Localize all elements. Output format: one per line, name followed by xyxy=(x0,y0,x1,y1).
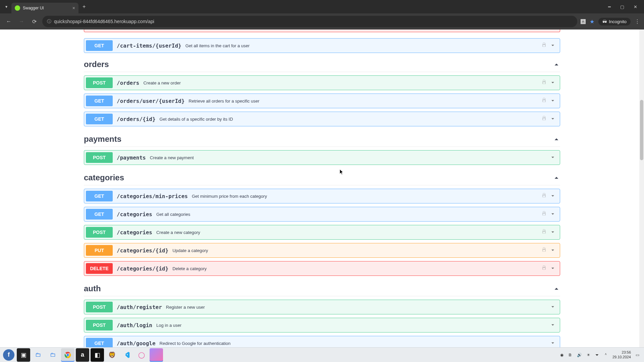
tag-header-auth[interactable]: auth xyxy=(84,281,560,296)
chevron-up-icon[interactable] xyxy=(553,61,560,68)
nav-forward-button[interactable]: → xyxy=(17,17,26,26)
page-viewport: GET /cart-items/{userId} Get all items i… xyxy=(0,29,644,347)
method-badge: PUT xyxy=(86,245,113,256)
bookmark-icon[interactable]: ★ xyxy=(590,18,594,25)
chevron-down-icon[interactable] xyxy=(550,155,555,160)
tag-header-payments[interactable]: payments xyxy=(84,131,560,147)
endpoint-desc: Get all items in the cart for a user xyxy=(185,43,250,48)
taskbar-brave[interactable]: 🦁 xyxy=(105,348,119,362)
window-minimize-button[interactable]: ━ xyxy=(606,4,613,10)
chevron-down-icon[interactable] xyxy=(550,266,555,271)
browser-menu-button[interactable]: ⋮ xyxy=(635,18,640,25)
chevron-down-icon[interactable] xyxy=(550,341,555,346)
endpoint-desc: Create a new order xyxy=(143,80,180,85)
chevron-down-icon[interactable] xyxy=(550,304,555,310)
taskbar-app-circle[interactable]: ◯ xyxy=(135,348,148,362)
taskbar-files-1[interactable]: 🗀 xyxy=(32,348,45,362)
nav-back-button[interactable]: ← xyxy=(4,17,13,26)
vertical-scrollbar[interactable] xyxy=(639,29,644,347)
browser-tab-active[interactable]: Swagger UI × xyxy=(11,3,78,13)
tag-section-payments: paymentsPOST/paymentsCreate a new paymen… xyxy=(84,131,560,165)
incognito-badge[interactable]: 🕶 Incognito xyxy=(598,18,631,25)
url-input[interactable]: ⓘ quickshopapi-844fd64d6465.herokuapp.co… xyxy=(42,16,577,27)
endpoint-desc: Delete a category xyxy=(172,266,207,271)
swagger-favicon-icon xyxy=(15,5,20,11)
fedora-start-button[interactable]: f xyxy=(2,348,15,362)
window-maximize-button[interactable]: ▢ xyxy=(618,4,626,10)
opblock-get-categories[interactable]: GET/categoriesGet all categories xyxy=(84,207,560,222)
tray-volume-icon[interactable]: 🔊 xyxy=(577,353,582,357)
taskbar-files-2[interactable]: 🗀 xyxy=(46,348,60,362)
opblock-get-orders--id-[interactable]: GET/orders/{id}Get details of a specific… xyxy=(84,112,560,126)
taskbar-app-square[interactable]: ◧ xyxy=(91,348,104,362)
endpoint-path: /auth/login xyxy=(113,322,156,328)
opblock-partial-top[interactable] xyxy=(84,29,560,32)
opblock-delete-categories--id-[interactable]: DELETE/categories/{id}Delete a category xyxy=(84,261,560,276)
auth-lock-icon[interactable] xyxy=(541,115,547,123)
tray-brightness-icon[interactable]: ☀ xyxy=(587,353,590,357)
opblock-cart-items-userid[interactable]: GET /cart-items/{userId} Get all items i… xyxy=(84,38,560,53)
auth-lock-icon[interactable] xyxy=(541,210,547,218)
auth-lock-icon[interactable] xyxy=(541,229,547,236)
chevron-up-icon[interactable] xyxy=(553,135,560,143)
tag-section-categories: categoriesGET/categories/min-pricesGet m… xyxy=(84,170,560,276)
taskbar-terminal[interactable]: ▣ xyxy=(17,348,30,362)
opblock-get-auth-google[interactable]: GET/auth/googleRedirect to Google for au… xyxy=(84,336,560,347)
close-tab-icon[interactable]: × xyxy=(72,5,75,11)
chevron-down-icon[interactable] xyxy=(550,212,555,217)
auth-lock-icon[interactable] xyxy=(541,79,547,86)
chevron-down-icon[interactable] xyxy=(550,230,555,235)
chevron-down-icon[interactable] xyxy=(550,98,555,104)
tag-title: orders xyxy=(84,60,109,69)
tray-network-icon[interactable]: ⏷ xyxy=(595,353,599,357)
chevron-up-icon[interactable] xyxy=(553,174,560,181)
chevron-down-icon[interactable] xyxy=(550,248,555,253)
tab-title: Swagger UI xyxy=(23,6,44,10)
auth-lock-icon[interactable] xyxy=(541,265,547,272)
opblock-put-categories--id-[interactable]: PUT/categories/{id}Update a category xyxy=(84,243,560,258)
tag-title: auth xyxy=(84,284,101,293)
taskbar-app-palette[interactable] xyxy=(150,348,163,362)
chevron-down-icon[interactable] xyxy=(550,116,555,122)
nav-reload-button[interactable]: ⟳ xyxy=(30,17,39,26)
method-badge: GET xyxy=(86,338,113,347)
opblock-get-orders-user--userId-[interactable]: GET/orders/user/{userId}Retrieve all ord… xyxy=(84,94,560,108)
opblock-post-auth-login[interactable]: POST/auth/loginLog in a user xyxy=(84,318,560,333)
opblock-get-categories-min-prices[interactable]: GET/categories/min-pricesGet minimum pri… xyxy=(84,189,560,203)
endpoint-path: /orders/{id} xyxy=(113,116,160,122)
tray-record-icon[interactable]: ◉ xyxy=(560,353,564,357)
tab-search-dropdown[interactable]: ▾ xyxy=(3,3,10,10)
opblock-post-categories[interactable]: POST/categoriesCreate a new category xyxy=(84,225,560,240)
opblock-post-auth-register[interactable]: POST/auth/registerRegister a new user xyxy=(84,300,560,314)
auth-lock-icon[interactable] xyxy=(541,97,547,105)
taskbar-chrome[interactable] xyxy=(61,348,74,362)
chevron-up-icon[interactable] xyxy=(553,285,560,292)
tray-clock[interactable]: 23:56 29.10.2024 xyxy=(612,350,631,360)
browser-titlebar: ▾ Swagger UI × + ━ ▢ ✕ xyxy=(0,0,644,13)
window-close-button[interactable]: ✕ xyxy=(632,4,639,10)
taskbar-vscode[interactable] xyxy=(120,348,133,362)
new-tab-button[interactable]: + xyxy=(80,4,88,10)
auth-lock-icon[interactable] xyxy=(541,192,547,200)
tray-battery-icon[interactable]: 🗎 xyxy=(568,353,572,357)
chevron-down-icon[interactable] xyxy=(550,80,555,85)
site-info-icon[interactable]: ⓘ xyxy=(47,18,51,24)
opblock-post-payments[interactable]: POST/paymentsCreate a new payment xyxy=(84,150,560,165)
tray-notifications-icon[interactable]: ▭ xyxy=(636,353,639,357)
tag-header-orders[interactable]: orders xyxy=(84,56,560,72)
tray-chevron-icon[interactable]: ＾ xyxy=(604,352,608,358)
opblock-post-orders[interactable]: POST/ordersCreate a new order xyxy=(84,75,560,90)
method-badge: POST xyxy=(86,302,113,312)
scrollbar-thumb[interactable] xyxy=(640,100,643,160)
taskbar-app-a[interactable]: a xyxy=(76,348,89,362)
auth-lock-icon[interactable] xyxy=(541,42,547,49)
chevron-down-icon[interactable] xyxy=(550,322,555,328)
endpoint-path: /orders/user/{userId} xyxy=(113,98,189,104)
chevron-down-icon[interactable] xyxy=(550,43,555,48)
tag-header-categories[interactable]: categories xyxy=(84,170,560,185)
endpoint-desc: Create a new payment xyxy=(150,155,194,160)
chevron-down-icon[interactable] xyxy=(550,193,555,199)
auth-lock-icon[interactable] xyxy=(541,247,547,254)
translate-icon[interactable]: 🅰 xyxy=(581,19,586,24)
method-badge: DELETE xyxy=(86,263,113,274)
